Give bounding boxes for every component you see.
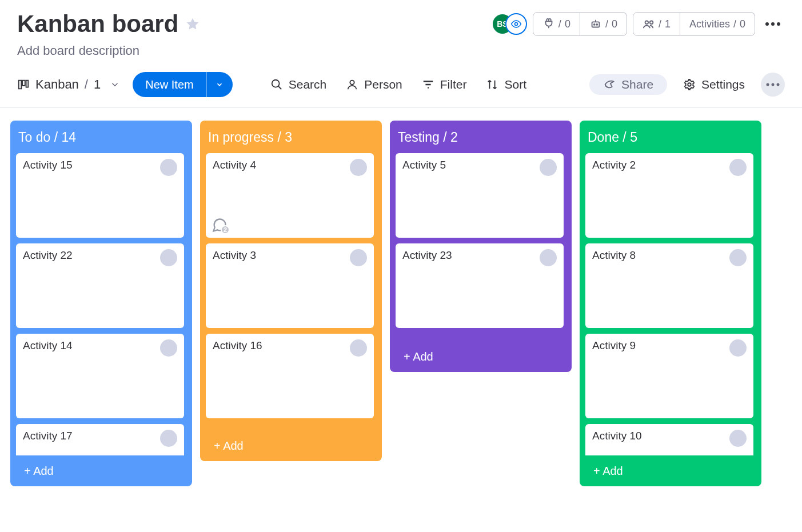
- svg-point-15: [767, 83, 769, 86]
- members-count: 1: [665, 18, 671, 30]
- svg-point-5: [650, 21, 653, 25]
- assignee-avatar[interactable]: [729, 339, 747, 357]
- filter-button[interactable]: Filter: [418, 74, 470, 95]
- svg-rect-9: [19, 81, 22, 89]
- card-title: Activity 9: [592, 339, 636, 413]
- view-switcher[interactable]: Kanban / 1: [17, 77, 120, 92]
- kanban-card[interactable]: Activity 15: [16, 153, 184, 238]
- integrations-pill[interactable]: / 0: [533, 12, 580, 36]
- kanban-card[interactable]: Activity 2: [585, 153, 753, 238]
- assignee-avatar[interactable]: [160, 159, 177, 176]
- card-title: Activity 16: [213, 339, 262, 413]
- column-inprog: In progress / 3Activity 42Activity 3Acti…: [200, 121, 382, 461]
- new-item-button[interactable]: New Item: [133, 72, 232, 97]
- kanban-card[interactable]: Activity 14: [16, 334, 184, 418]
- svg-rect-10: [22, 81, 25, 86]
- kanban-card[interactable]: Activity 22: [16, 243, 184, 328]
- board-title[interactable]: Kanban board: [17, 10, 178, 38]
- column-title[interactable]: In progress / 3: [206, 126, 376, 153]
- column-cards[interactable]: Activity 42Activity 3Activity 16: [206, 153, 376, 430]
- kanban-card[interactable]: Activity 8: [585, 243, 753, 328]
- assignee-avatar[interactable]: [160, 339, 177, 357]
- column-todo: To do / 14Activity 15Activity 22Activity…: [10, 121, 192, 486]
- svg-point-4: [645, 21, 649, 25]
- card-title: Activity 8: [592, 249, 636, 322]
- column-cards[interactable]: Activity 5Activity 23: [396, 153, 566, 341]
- new-item-label: New Item: [133, 78, 206, 91]
- card-title: Activity 2: [592, 159, 636, 232]
- card-title: Activity 3: [213, 249, 256, 322]
- svg-point-3: [596, 24, 597, 25]
- card-title: Activity 15: [23, 159, 73, 232]
- column-title[interactable]: Testing / 2: [396, 126, 566, 153]
- card-title: Activity 22: [23, 249, 73, 322]
- assignee-avatar[interactable]: [729, 430, 747, 447]
- view-count: 1: [94, 77, 101, 92]
- assignee-avatar[interactable]: [160, 430, 177, 447]
- activities-count: 0: [740, 18, 745, 30]
- new-item-dropdown[interactable]: [206, 72, 233, 97]
- kanban-card[interactable]: Activity 3: [206, 243, 374, 328]
- assignee-avatar[interactable]: [350, 249, 367, 266]
- column-cards[interactable]: Activity 2Activity 8Activity 9Activity 1…: [585, 153, 756, 455]
- sort-button[interactable]: Sort: [482, 74, 530, 95]
- column-done: Done / 5Activity 2Activity 8Activity 9Ac…: [580, 121, 761, 486]
- card-title: Activity 14: [23, 339, 73, 413]
- kanban-card[interactable]: Activity 23: [396, 243, 564, 328]
- board-description[interactable]: Add board description: [17, 43, 785, 58]
- svg-point-2: [594, 24, 595, 25]
- more-menu-icon[interactable]: [761, 12, 785, 36]
- kanban-card[interactable]: Activity 10: [585, 424, 753, 455]
- column-test: Testing / 2Activity 5Activity 23+ Add: [390, 121, 572, 372]
- svg-rect-11: [26, 81, 29, 87]
- comment-icon[interactable]: 2: [212, 217, 228, 233]
- add-card-button[interactable]: + Add: [206, 430, 376, 461]
- integrations-count: 0: [565, 18, 570, 30]
- svg-point-7: [771, 22, 775, 26]
- svg-point-8: [777, 22, 780, 26]
- kanban-card[interactable]: Activity 5: [396, 153, 564, 238]
- assignee-avatar[interactable]: [729, 159, 747, 176]
- assignee-avatar[interactable]: [350, 339, 367, 357]
- search-button[interactable]: Search: [267, 74, 330, 95]
- viewers-stack[interactable]: BS: [492, 13, 526, 35]
- toolbar-more-icon[interactable]: [761, 73, 785, 97]
- svg-point-16: [772, 83, 775, 86]
- card-title: Activity 23: [402, 249, 452, 322]
- automations-count: 0: [612, 18, 617, 30]
- add-card-button[interactable]: + Add: [16, 455, 186, 486]
- person-filter-button[interactable]: Person: [342, 74, 406, 95]
- add-card-button[interactable]: + Add: [585, 455, 756, 486]
- kanban-card[interactable]: Activity 42: [206, 153, 374, 238]
- card-title: Activity 4: [213, 159, 256, 213]
- card-title: Activity 17: [23, 430, 73, 455]
- favorite-star-icon[interactable]: [185, 17, 200, 31]
- kanban-card[interactable]: Activity 9: [585, 334, 753, 418]
- kanban-board: To do / 14Activity 15Activity 22Activity…: [0, 108, 802, 486]
- settings-button[interactable]: Settings: [680, 74, 748, 95]
- add-card-button[interactable]: + Add: [396, 341, 566, 372]
- automations-pill[interactable]: / 0: [580, 12, 627, 36]
- assignee-avatar[interactable]: [540, 159, 557, 176]
- column-cards[interactable]: Activity 15Activity 22Activity 14Activit…: [16, 153, 186, 455]
- integrations-group: / 0 / 0: [533, 12, 627, 36]
- activities-pill[interactable]: Activities / 0: [680, 12, 755, 36]
- share-button[interactable]: Share: [589, 74, 667, 95]
- card-title: Activity 10: [592, 430, 642, 455]
- activities-label: Activities: [689, 18, 730, 30]
- assignee-avatar[interactable]: [160, 249, 177, 266]
- assignee-avatar[interactable]: [540, 249, 557, 266]
- members-pill[interactable]: / 1: [633, 12, 680, 36]
- kanban-card[interactable]: Activity 17: [16, 424, 184, 455]
- svg-point-17: [777, 83, 780, 86]
- viewing-icon: [505, 13, 527, 35]
- svg-rect-1: [592, 22, 599, 27]
- card-title: Activity 5: [402, 159, 446, 232]
- column-title[interactable]: To do / 14: [16, 126, 186, 153]
- kanban-card[interactable]: Activity 16: [206, 334, 374, 418]
- assignee-avatar[interactable]: [729, 249, 747, 266]
- svg-point-6: [765, 22, 769, 26]
- assignee-avatar[interactable]: [350, 159, 367, 176]
- column-title[interactable]: Done / 5: [585, 126, 756, 153]
- svg-point-13: [350, 81, 354, 85]
